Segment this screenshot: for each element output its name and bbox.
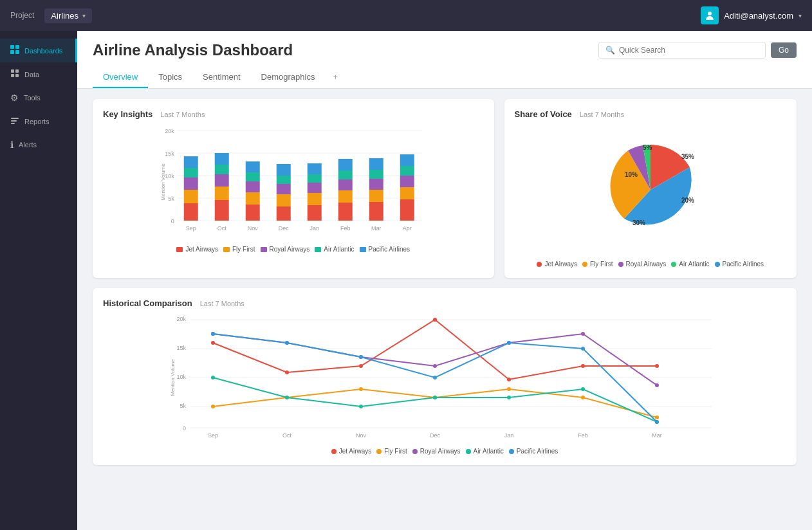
svg-text:15k: 15k xyxy=(176,345,186,351)
svg-rect-56 xyxy=(369,190,383,202)
svg-rect-47 xyxy=(308,183,322,193)
svg-text:10k: 10k xyxy=(176,374,186,380)
line-legend-fly: Fly First xyxy=(384,448,407,455)
svg-point-113 xyxy=(433,396,437,399)
svg-rect-54 xyxy=(338,159,353,170)
svg-rect-35 xyxy=(246,205,260,221)
sidebar-label-alerts: Alerts xyxy=(19,141,37,149)
svg-point-119 xyxy=(359,355,363,359)
svg-rect-59 xyxy=(369,158,383,170)
sidebar-item-tools[interactable]: ⚙ Tools xyxy=(0,86,77,109)
top-charts-row: Key Insights Last 7 Months 20k 15k 10k 5… xyxy=(93,99,797,278)
svg-text:Dec: Dec xyxy=(430,432,441,439)
project-name: Airlines xyxy=(51,11,78,21)
svg-rect-58 xyxy=(369,170,383,179)
svg-point-98 xyxy=(359,387,363,391)
sidebar-item-alerts[interactable]: ℹ Alerts xyxy=(0,133,77,156)
svg-text:Mar: Mar xyxy=(371,225,382,232)
svg-rect-45 xyxy=(308,205,322,221)
tab-demographics[interactable]: Demographics xyxy=(251,67,326,88)
svg-rect-27 xyxy=(184,178,198,190)
svg-text:Mention Volume: Mention Volume xyxy=(160,163,166,201)
pie-chart-legend: Jet Airways Fly First Royal Airways Air … xyxy=(515,260,787,268)
svg-rect-8 xyxy=(11,74,14,77)
svg-text:Sep: Sep xyxy=(208,432,218,439)
svg-text:5%: 5% xyxy=(643,144,652,151)
svg-text:20k: 20k xyxy=(176,316,186,322)
svg-rect-12 xyxy=(11,123,15,124)
historical-comparison-card: Historical Comparison Last 7 Months 20k … xyxy=(93,288,797,465)
tab-overview[interactable]: Overview xyxy=(93,67,148,88)
svg-text:Nov: Nov xyxy=(248,225,259,232)
go-button[interactable]: Go xyxy=(771,42,797,58)
svg-rect-2 xyxy=(10,45,14,49)
svg-rect-46 xyxy=(308,193,322,205)
sidebar-label-tools: Tools xyxy=(24,94,41,102)
svg-rect-43 xyxy=(277,176,291,184)
sidebar-item-dashboards[interactable]: Dashboards xyxy=(0,39,77,62)
sidebar-item-data[interactable]: Data xyxy=(0,62,77,86)
avatar xyxy=(701,6,719,24)
svg-rect-53 xyxy=(338,170,353,179)
svg-point-96 xyxy=(211,405,215,408)
svg-point-122 xyxy=(581,347,585,351)
pie-legend-royal: Royal Airways xyxy=(626,260,667,268)
svg-point-118 xyxy=(285,341,289,345)
user-email: Aditi@analyst.com xyxy=(724,11,793,21)
tab-sentiment[interactable]: Sentiment xyxy=(192,67,251,88)
bar-chart-svg: 20k 15k 10k 5k 0 Mention xyxy=(103,124,484,240)
svg-rect-7 xyxy=(15,69,19,73)
svg-text:Feb: Feb xyxy=(340,225,351,232)
search-input[interactable] xyxy=(619,46,759,55)
svg-rect-61 xyxy=(400,187,414,199)
svg-text:5k: 5k xyxy=(168,196,174,202)
pie-chart-svg: 35% 20% 30% 10% 5% xyxy=(586,125,715,254)
svg-point-100 xyxy=(507,387,511,391)
sidebar-item-reports[interactable]: Reports xyxy=(0,109,77,133)
historical-subtitle: Last 7 Months xyxy=(200,300,245,307)
tab-topics[interactable]: Topics xyxy=(148,67,192,88)
svg-rect-31 xyxy=(215,187,229,200)
search-row: 🔍 Go xyxy=(598,42,797,59)
svg-text:5k: 5k xyxy=(180,403,186,409)
search-icon: 🔍 xyxy=(605,46,615,55)
svg-rect-25 xyxy=(184,203,198,221)
svg-rect-10 xyxy=(11,118,19,119)
svg-rect-50 xyxy=(338,203,353,221)
line-legend-jet: Jet Airways xyxy=(339,448,372,455)
sidebar-label-data: Data xyxy=(24,71,39,78)
legend-jet: Jet Airways xyxy=(185,246,218,253)
dashboard-body: Key Insights Last 7 Months 20k 15k 10k 5… xyxy=(77,89,812,486)
svg-point-110 xyxy=(211,376,215,379)
main-content: Airline Analysis Dashboard 🔍 Go Overview… xyxy=(77,31,812,530)
user-menu[interactable]: Aditi@analyst.com ▾ xyxy=(701,6,802,24)
top-bar: Project Airlines ▾ Aditi@analyst.com ▾ xyxy=(0,0,812,31)
pie-legend-jet: Jet Airways xyxy=(544,260,577,268)
svg-rect-5 xyxy=(15,50,19,54)
dashboard-header: Airline Analysis Dashboard 🔍 Go Overview… xyxy=(77,31,812,89)
tools-icon: ⚙ xyxy=(10,93,19,103)
svg-rect-62 xyxy=(400,176,414,187)
svg-rect-48 xyxy=(308,174,322,183)
svg-text:20%: 20% xyxy=(681,197,694,204)
key-insights-card: Key Insights Last 7 Months 20k 15k 10k 5… xyxy=(93,99,494,278)
svg-point-117 xyxy=(211,332,215,336)
svg-point-109 xyxy=(655,383,659,387)
svg-point-114 xyxy=(507,396,511,399)
svg-rect-34 xyxy=(215,153,229,165)
svg-text:0: 0 xyxy=(183,425,186,432)
svg-point-1 xyxy=(708,12,712,15)
svg-rect-51 xyxy=(338,190,353,203)
legend-fly: Fly First xyxy=(232,246,255,253)
svg-rect-28 xyxy=(184,168,198,178)
svg-rect-3 xyxy=(15,45,19,49)
svg-text:Dec: Dec xyxy=(279,225,290,232)
svg-text:10k: 10k xyxy=(165,173,174,179)
project-selector[interactable]: Airlines ▾ xyxy=(44,8,92,23)
user-chevron-icon: ▾ xyxy=(798,12,802,19)
chevron-down-icon: ▾ xyxy=(82,12,86,19)
line-legend-atlantic: Air Atlantic xyxy=(474,448,504,455)
share-of-voice-card: Share of Voice Last 7 Months xyxy=(504,99,797,278)
tab-add-button[interactable]: + xyxy=(325,67,346,88)
svg-point-106 xyxy=(433,364,437,368)
